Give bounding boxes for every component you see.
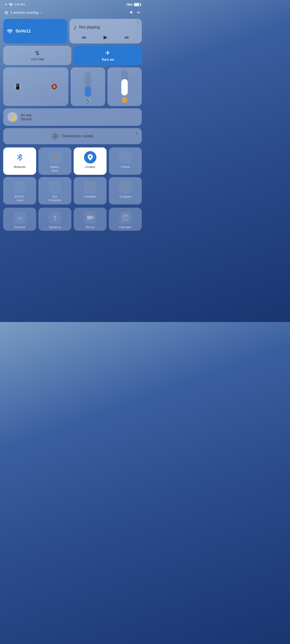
media-tile: ♪ Not playing ⏮ ▶ ⏭ (70, 19, 142, 44)
music-note-icon: ♪ (73, 23, 77, 32)
svg-line-18 (21, 187, 22, 188)
mute-icon: 🔕 (51, 84, 57, 90)
edit-icon[interactable]: ✏ (137, 10, 140, 15)
svg-point-34 (125, 218, 126, 218)
data-arrows-icon: ⇅ (35, 50, 40, 56)
volume-icon: 🔊 (85, 98, 90, 103)
flashlight-icon (84, 181, 96, 193)
svg-point-19 (19, 188, 20, 189)
airplane-tile[interactable]: ✈ Turn on (74, 46, 142, 65)
quick-tile-location[interactable]: Location (74, 148, 107, 175)
media-corner-icon (136, 21, 139, 24)
speed-up-icon (49, 211, 61, 224)
airplane-label: Turn on (102, 58, 114, 62)
battery-saver-label: BatterySaver (50, 165, 59, 172)
bottom-tile-speed-up[interactable]: Speed up (39, 208, 71, 231)
bottom-tile-calculator[interactable]: Calculator (109, 208, 142, 231)
settings-icon[interactable] (129, 10, 134, 15)
service-bar: ⊞ 1 service running › ✏ (0, 8, 145, 17)
svg-point-13 (89, 156, 91, 158)
brightness-fill (121, 79, 128, 96)
quick-tile-portrait[interactable]: Portrait (109, 148, 142, 175)
moon-icon: 🌙 (7, 112, 18, 122)
svg-rect-12 (52, 156, 57, 159)
status-left: ✈ 0.30 KB/s (5, 3, 25, 6)
row-vibrate-sliders: 📳 🔕 🔊 A (3, 68, 142, 106)
quick-tile-boost[interactable]: BOOSTmode (3, 177, 36, 204)
bottom-tiles-grid: Personal Speed up Record (0, 208, 145, 234)
svg-point-0 (11, 6, 11, 6)
svg-rect-32 (124, 215, 127, 217)
connection-center-tile[interactable]: ✕ Connection center (3, 128, 142, 144)
svg-point-35 (126, 218, 127, 218)
service-left[interactable]: ⊞ 1 service running › (5, 10, 42, 15)
flashlight-label: Flashlight (84, 195, 96, 199)
service-icons: ✏ (129, 10, 140, 15)
boost-label: BOOSTmode (15, 195, 25, 202)
data-usage: 130.5 MB (31, 58, 44, 61)
svg-marker-1 (129, 10, 133, 14)
close-icon[interactable]: ✕ (135, 131, 139, 136)
portrait-icon (119, 151, 132, 164)
boost-icon (14, 181, 26, 193)
data-tile[interactable]: ⇅ 130.5 MB (3, 46, 71, 65)
vibrate-icon: 📳 (14, 84, 21, 90)
volume-slider-tile[interactable]: 🔊 (71, 68, 105, 106)
bluetooth-label: Bluetooth (14, 165, 26, 169)
quick-tile-battery-saver[interactable]: BatterySaver (39, 148, 71, 175)
play-button[interactable]: ▶ (104, 34, 108, 40)
brightness-slider-tile[interactable]: A (108, 68, 142, 106)
airplane-icon: ✈ (105, 50, 110, 56)
row-dnd: 🌙 Do Not Disturb (3, 108, 142, 126)
battery-percent: 78% (126, 3, 133, 6)
wifi-status-icon (9, 3, 13, 6)
svg-rect-11 (58, 156, 59, 158)
row-wifi-media: DoVo11 ♪ Not playing ⏮ ▶ ⏭ (3, 19, 142, 44)
s-capture-icon (119, 181, 132, 193)
svg-rect-30 (87, 216, 92, 220)
status-right: 78% (126, 3, 140, 6)
wifi-ssid: DoVo11 (16, 29, 31, 34)
media-status: Not playing (79, 25, 100, 30)
svg-point-2 (10, 33, 10, 34)
location-icon (84, 151, 96, 164)
vibrate-mute-tile[interactable]: 📳 🔕 (3, 68, 68, 106)
volume-track (85, 72, 91, 97)
prev-track-button[interactable]: ⏮ (82, 35, 86, 40)
speed-indicator: 0.30 KB/s (14, 3, 25, 6)
service-label: 1 service running (10, 10, 39, 15)
wifi-icon (7, 29, 13, 34)
svg-point-37 (125, 219, 126, 220)
svg-rect-23 (90, 188, 91, 190)
personal-hotspot-label: Personal (14, 226, 25, 229)
next-track-button[interactable]: ⏭ (125, 35, 129, 40)
row-data-airplane: ⇅ 130.5 MB ✈ Turn on (3, 46, 142, 65)
brightness-icon: A (121, 97, 128, 103)
volume-fill (85, 87, 91, 97)
svg-point-15 (125, 157, 126, 158)
svg-point-3 (54, 136, 56, 137)
divider (36, 83, 36, 90)
svg-point-36 (124, 219, 124, 220)
personal-hotspot-icon (14, 211, 26, 224)
bottom-tile-personal[interactable]: Personal (3, 208, 36, 231)
calculator-icon (119, 211, 132, 224)
quick-tile-s-capture[interactable]: S-capture (109, 177, 142, 204)
quick-tile-flashlight[interactable]: Flashlight (74, 177, 107, 204)
dnd-tile[interactable]: 🌙 Do Not Disturb (3, 108, 142, 126)
wifi-tile[interactable]: DoVo11 (3, 19, 67, 44)
eye-protection-icon (49, 181, 61, 193)
location-label: Location (85, 165, 95, 169)
chevron-icon: › (41, 10, 42, 15)
quick-tile-bluetooth[interactable]: Bluetooth (3, 148, 36, 175)
dnd-label: Do Not Disturb (21, 113, 32, 121)
eye-protection-label: EyeProtection (49, 195, 61, 202)
s-capture-label: S-capture (119, 195, 131, 199)
svg-point-21 (55, 186, 56, 188)
bottom-tile-record[interactable]: Record (74, 208, 107, 231)
bluetooth-icon (14, 151, 26, 164)
controls-wrapper: DoVo11 ♪ Not playing ⏮ ▶ ⏭ ⇅ 130.5 MB ✈ … (0, 19, 145, 144)
media-controls: ⏮ ▶ ⏭ (73, 34, 138, 40)
record-label: Record (86, 226, 95, 229)
quick-tile-eye-protection[interactable]: EyeProtection (39, 177, 71, 204)
